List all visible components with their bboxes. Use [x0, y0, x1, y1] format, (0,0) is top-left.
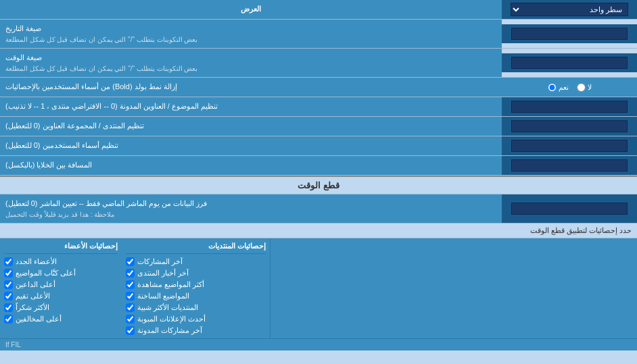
time-format-input[interactable]: H:i — [511, 57, 628, 69]
checkbox-most-thanked[interactable] — [4, 303, 13, 312]
username-order-input[interactable]: 0 — [511, 140, 628, 152]
forum-order-row: 33 تنظيم المنتدى / المجموعة العناوين (0 … — [0, 117, 637, 136]
display-dropdown[interactable]: سطر واحد سطران ثلاثة أسطر — [511, 3, 629, 16]
bold-no-radio[interactable] — [577, 83, 586, 92]
list-item: آخر أخبار المنتدى — [126, 267, 266, 279]
topic-order-input-container: 33 — [502, 97, 637, 116]
checkbox-top-rated[interactable] — [4, 292, 13, 301]
empty-col — [270, 238, 637, 338]
date-format-input[interactable]: d-m — [511, 28, 628, 40]
bold-radio-container: لا نعم — [502, 78, 637, 97]
list-item: المواضيع الساخنة — [126, 290, 266, 302]
checkbox-classified-ads[interactable] — [126, 315, 135, 323]
forum-order-input-container: 33 — [502, 117, 637, 136]
checkboxes-grid: إحصائيات المنتديات آخر المشاركات آخر أخب… — [0, 238, 637, 338]
checkbox-top-inviters[interactable] — [4, 280, 13, 289]
bold-yes-radio[interactable] — [548, 83, 557, 92]
checkbox-forum-news[interactable] — [126, 269, 135, 278]
username-order-row: 0 تنظيم أسماء المستخدمين (0 للتعطيل) — [0, 136, 637, 156]
list-item: الأعلى تقيم — [4, 290, 118, 302]
list-item: أحدث الإعلانات المبوبة — [126, 313, 266, 325]
checkbox-top-violators[interactable] — [4, 315, 13, 323]
forum-order-label: تنظيم المنتدى / المجموعة العناوين (0 للت… — [0, 117, 502, 136]
list-item: الأكثر شكراً — [4, 302, 118, 313]
cell-gap-input[interactable]: 2 — [511, 159, 628, 172]
time-format-input-container: H:i — [502, 53, 637, 72]
col-forums-header: إحصائيات المنتديات — [126, 240, 266, 254]
checkboxes-col-forums: إحصائيات المنتديات آخر المشاركات آخر أخب… — [122, 238, 270, 338]
checkbox-most-viewed[interactable] — [126, 280, 135, 289]
list-item: الأعضاء الجدد — [4, 256, 118, 267]
time-cutoff-input-container: 0 — [502, 194, 637, 223]
bold-remove-row: لا نعم إزالة نمط بولد (Bold) من أسماء ال… — [0, 78, 637, 97]
header-row: سطر واحد سطران ثلاثة أسطر العرض — [0, 0, 637, 20]
date-format-row: d-m صيغة التاريخ بعض التكوينات يتطلب "/"… — [0, 20, 637, 49]
time-section-header: قطع الوقت — [0, 176, 637, 194]
time-cutoff-label: فرز البيانات من يوم الماشر الماضي فقط --… — [0, 194, 502, 223]
cell-gap-label: المسافة بين الخلايا (بالبكسل) — [0, 156, 502, 175]
checkbox-last-posts[interactable] — [126, 257, 135, 266]
topic-order-row: 33 تنظيم الموضوع / العناوين المدونة (0 -… — [0, 97, 637, 117]
display-dropdown-container: سطر واحد سطران ثلاثة أسطر — [502, 0, 637, 19]
checkbox-top-writers[interactable] — [4, 269, 13, 278]
username-order-label: تنظيم أسماء المستخدمين (0 للتعطيل) — [0, 136, 502, 155]
footer-note: If FIL — [0, 338, 637, 350]
cell-gap-row: 2 المسافة بين الخلايا (بالبكسل) — [0, 156, 637, 176]
date-format-input-container: d-m — [502, 24, 637, 43]
list-item: أعلى الداعين — [4, 279, 118, 290]
checkboxes-header: حدد إحصائيات لتطبيق قطع الوقت — [0, 224, 637, 238]
time-cutoff-row: 0 فرز البيانات من يوم الماشر الماضي فقط … — [0, 194, 637, 224]
list-item: أعلى المخالفين — [4, 313, 118, 325]
time-cutoff-input[interactable]: 0 — [511, 203, 628, 215]
checkbox-hot-topics[interactable] — [126, 292, 135, 301]
list-item: أكثر المواضيع مشاهدة — [126, 279, 266, 290]
time-format-label: صيغة الوقت بعض التكوينات يتطلب "/" التي … — [0, 49, 502, 77]
topic-order-label: تنظيم الموضوع / العناوين المدونة (0 -- ا… — [0, 97, 502, 116]
cell-gap-input-container: 2 — [502, 156, 637, 175]
bold-no-label[interactable]: لا — [577, 83, 592, 92]
checkbox-new-members[interactable] — [4, 257, 13, 266]
col-members-header: إحصائيات الأعضاء — [4, 240, 118, 254]
time-format-row: H:i صيغة الوقت بعض التكوينات يتطلب "/" ا… — [0, 49, 637, 78]
date-format-label: صيغة التاريخ بعض التكوينات يتطلب "/" الت… — [0, 20, 502, 48]
section-title-display: العرض — [0, 0, 502, 19]
list-item: آخر المشاركات — [126, 256, 266, 267]
main-container: سطر واحد سطران ثلاثة أسطر العرض d-m صيغة… — [0, 0, 637, 350]
checkbox-popular-forums[interactable] — [126, 303, 135, 312]
forum-order-input[interactable]: 33 — [511, 120, 628, 132]
bold-remove-label: إزالة نمط بولد (Bold) من أسماء المستخدمي… — [0, 78, 502, 97]
checkboxes-col-members: إحصائيات الأعضاء الأعضاء الجدد أعلى كتَّ… — [0, 238, 122, 338]
checkbox-blog-posts[interactable] — [126, 326, 135, 335]
list-item: المنتديات الأكثر شبية — [126, 302, 266, 313]
list-item: آخر مشاركات المدونة — [126, 325, 266, 336]
bold-yes-label[interactable]: نعم — [548, 83, 569, 92]
username-order-input-container: 0 — [502, 136, 637, 155]
list-item: أعلى كتَّاب المواضيع — [4, 267, 118, 279]
topic-order-input[interactable]: 33 — [511, 101, 628, 113]
